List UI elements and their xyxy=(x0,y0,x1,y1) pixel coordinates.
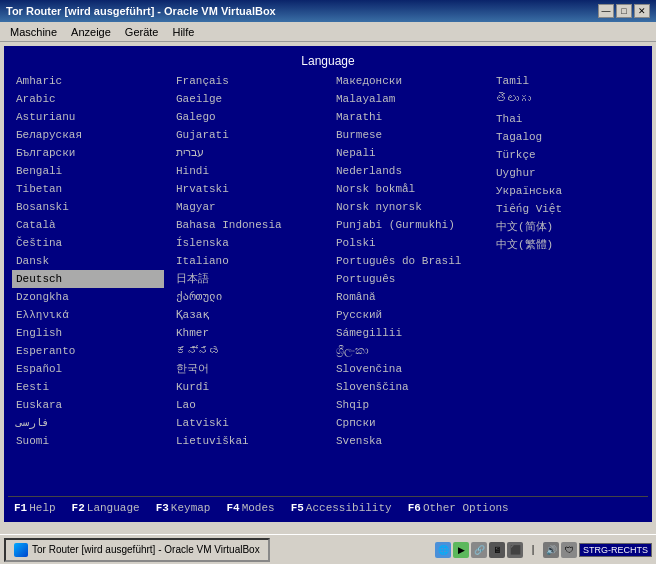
status-f3[interactable]: F3 Keymap xyxy=(156,502,211,514)
list-item[interactable]: Asturianu xyxy=(12,108,164,126)
list-item[interactable]: Lao xyxy=(172,396,324,414)
list-item[interactable]: Shqip xyxy=(332,396,484,414)
list-item[interactable]: Euskara xyxy=(12,396,164,414)
list-item[interactable]: ශ්‍රීලංකා xyxy=(332,342,484,360)
arrow-icon[interactable]: ▶ xyxy=(453,542,469,558)
list-item[interactable]: Español xyxy=(12,360,164,378)
list-item[interactable]: Català xyxy=(12,216,164,234)
maximize-button[interactable]: □ xyxy=(616,4,632,18)
list-item[interactable]: Uyghur xyxy=(492,164,644,182)
shield-icon[interactable]: 🛡 xyxy=(561,542,577,558)
list-item[interactable]: Íslenska xyxy=(172,234,324,252)
list-item[interactable]: Ελληνικά xyxy=(12,306,164,324)
list-item[interactable]: Dansk xyxy=(12,252,164,270)
minimize-button[interactable]: — xyxy=(598,4,614,18)
list-item[interactable]: Hrvatski xyxy=(172,180,324,198)
list-item[interactable]: Slovenščina xyxy=(332,378,484,396)
f4-label: Modes xyxy=(242,502,275,514)
list-item[interactable]: Български xyxy=(12,144,164,162)
list-item[interactable]: Latviski xyxy=(172,414,324,432)
list-item[interactable]: Suomi xyxy=(12,432,164,450)
list-item[interactable]: Eesti xyxy=(12,378,164,396)
list-item[interactable]: Marathi xyxy=(332,108,484,126)
menu-geraete[interactable]: Geräte xyxy=(119,25,165,39)
list-item[interactable]: Gaeilge xyxy=(172,90,324,108)
status-f5[interactable]: F5 Accessibility xyxy=(291,502,392,514)
list-item[interactable]: Norsk bokmål xyxy=(332,180,484,198)
list-item[interactable]: Gujarati xyxy=(172,126,324,144)
list-item[interactable]: Македонски xyxy=(332,72,484,90)
list-item[interactable]: Bengali xyxy=(12,162,164,180)
close-button[interactable]: ✕ xyxy=(634,4,650,18)
list-item[interactable]: Magyar xyxy=(172,198,324,216)
menu-bar: Maschine Anzeige Geräte Hilfe xyxy=(0,22,656,42)
list-item[interactable]: Українська xyxy=(492,182,644,200)
list-item[interactable]: Hindi xyxy=(172,162,324,180)
taskbar-tray: 🌐 ▶ 🔗 🖥 ⬛ | 🔊 🛡 STRG-RECHTS xyxy=(435,542,652,558)
chain-icon[interactable]: 🔗 xyxy=(471,542,487,558)
list-item[interactable]: Sámegillii xyxy=(332,324,484,342)
main-content: Language Amharic Arabic Asturianu Белару… xyxy=(4,46,652,522)
status-f6[interactable]: F6 Other Options xyxy=(408,502,509,514)
menu-hilfe[interactable]: Hilfe xyxy=(166,25,200,39)
list-item[interactable]: Svenska xyxy=(332,432,484,450)
list-item[interactable]: ಕನ್ನಡ xyxy=(172,342,324,360)
status-f1[interactable]: F1 Help xyxy=(14,502,56,514)
list-item[interactable]: Nederlands xyxy=(332,162,484,180)
list-item[interactable]: 한국어 xyxy=(172,360,324,378)
list-item[interactable]: Português do Brasil xyxy=(332,252,484,270)
list-item[interactable]: 日本語 xyxy=(172,270,324,288)
network-icon[interactable]: 🌐 xyxy=(435,542,451,558)
list-item[interactable]: Русский xyxy=(332,306,484,324)
list-item[interactable]: Tagalog xyxy=(492,128,644,146)
usb-icon[interactable]: ⬛ xyxy=(507,542,523,558)
list-item[interactable]: Tibetan xyxy=(12,180,164,198)
list-item[interactable]: Malayalam xyxy=(332,90,484,108)
list-item[interactable]: Bosanski xyxy=(12,198,164,216)
language-column-2: Français Gaeilge Galego Gujarati עברית H… xyxy=(168,72,328,496)
list-item[interactable]: Khmer xyxy=(172,324,324,342)
list-item[interactable]: Esperanto xyxy=(12,342,164,360)
list-item-deutsch-selected[interactable]: Deutsch xyxy=(12,270,164,288)
list-item[interactable]: ქართული xyxy=(172,288,324,306)
list-item[interactable]: Italiano xyxy=(172,252,324,270)
list-item[interactable]: Slovenčina xyxy=(332,360,484,378)
list-item[interactable]: Thai xyxy=(492,110,644,128)
list-item[interactable]: 中文(简体) xyxy=(492,218,644,236)
list-item[interactable]: Беларуская xyxy=(12,126,164,144)
taskbar-app-button[interactable]: Tor Router [wird ausgeführt] - Oracle VM… xyxy=(4,538,270,562)
list-item[interactable]: Dzongkha xyxy=(12,288,164,306)
list-item[interactable]: Türkçe xyxy=(492,146,644,164)
menu-maschine[interactable]: Maschine xyxy=(4,25,63,39)
list-item[interactable]: Amharic xyxy=(12,72,164,90)
list-item[interactable]: Bahasa Indonesia xyxy=(172,216,324,234)
list-item[interactable]: Burmese xyxy=(332,126,484,144)
list-item[interactable]: Português xyxy=(332,270,484,288)
list-item[interactable]: Қазақ xyxy=(172,306,324,324)
sound-icon[interactable]: 🔊 xyxy=(543,542,559,558)
list-item[interactable]: Română xyxy=(332,288,484,306)
list-item-english[interactable]: English xyxy=(12,324,164,342)
list-item[interactable]: Српски xyxy=(332,414,484,432)
list-item[interactable]: Arabic xyxy=(12,90,164,108)
menu-anzeige[interactable]: Anzeige xyxy=(65,25,117,39)
list-item[interactable]: Galego xyxy=(172,108,324,126)
list-item[interactable]: Lietuviškai xyxy=(172,432,324,450)
list-item[interactable]: Norsk nynorsk xyxy=(332,198,484,216)
list-item[interactable]: Tiếng Việt xyxy=(492,200,644,218)
status-f2[interactable]: F2 Language xyxy=(72,502,140,514)
list-item[interactable]: עברית xyxy=(172,144,324,162)
list-item[interactable]: Tamil xyxy=(492,72,644,90)
display-icon[interactable]: 🖥 xyxy=(489,542,505,558)
f2-key: F2 xyxy=(72,502,85,514)
status-f4[interactable]: F4 Modes xyxy=(226,502,274,514)
list-item[interactable]: فارسی xyxy=(12,414,164,432)
list-item[interactable]: Čeština xyxy=(12,234,164,252)
list-item[interactable]: తెలుగు xyxy=(492,90,644,108)
list-item[interactable]: Nepali xyxy=(332,144,484,162)
list-item[interactable]: Kurdî xyxy=(172,378,324,396)
list-item[interactable]: Français xyxy=(172,72,324,90)
list-item[interactable]: Polski xyxy=(332,234,484,252)
list-item[interactable]: Punjabi (Gurmukhi) xyxy=(332,216,484,234)
list-item[interactable]: 中文(繁體) xyxy=(492,236,644,254)
